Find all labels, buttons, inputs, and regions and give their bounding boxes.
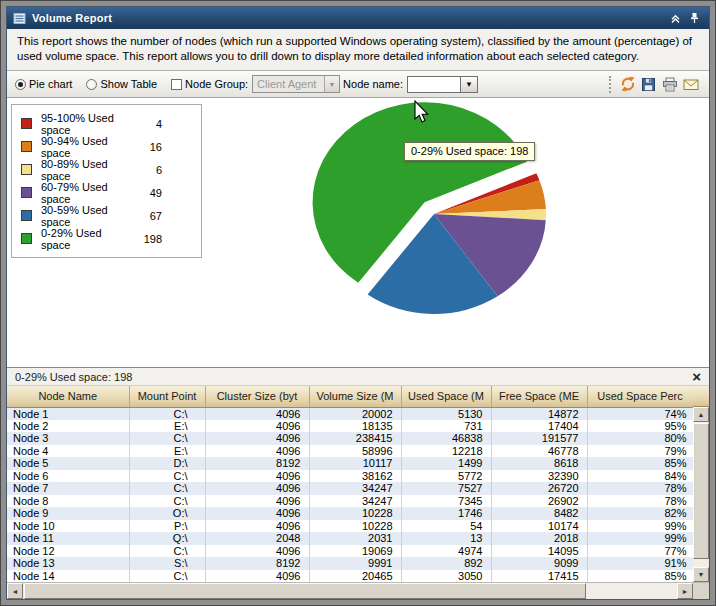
vertical-scroll-thumb[interactable] bbox=[693, 423, 709, 559]
column-header[interactable]: Volume Size (M bbox=[309, 386, 401, 407]
mouse-cursor-icon bbox=[411, 100, 433, 124]
report-panel: Volume Report This report shows bbox=[6, 6, 710, 600]
table-row[interactable]: Node 7C:\40963424775272672078% bbox=[7, 482, 693, 495]
detail-header: 0-29% Used space: 198 × bbox=[7, 368, 709, 386]
table-cell: Node 11 bbox=[7, 532, 129, 545]
close-detail-button[interactable]: × bbox=[692, 369, 701, 384]
column-header[interactable]: Used Space (M bbox=[401, 386, 491, 407]
column-header[interactable]: Cluster Size (byt bbox=[205, 386, 309, 407]
report-icon bbox=[13, 12, 26, 25]
table-row[interactable]: Node 6C:\40963816257723239084% bbox=[7, 470, 693, 483]
node-name-input[interactable] bbox=[407, 76, 461, 93]
show-table-radio[interactable] bbox=[86, 79, 97, 90]
table-cell: 85% bbox=[587, 570, 693, 583]
node-name-dropdown-button[interactable]: ▼ bbox=[461, 76, 478, 93]
table-cell: 9991 bbox=[309, 557, 401, 570]
arrow-down-icon: ▼ bbox=[698, 571, 705, 578]
node-name-label: Node name: bbox=[343, 78, 403, 90]
legend-count: 4 bbox=[135, 118, 162, 130]
legend-label: 95-100% Used space bbox=[41, 112, 135, 136]
printer-icon bbox=[662, 77, 678, 92]
table-cell: 26902 bbox=[491, 495, 587, 508]
legend-label: 90-94% Used space bbox=[41, 135, 134, 159]
legend-label: 30-59% Used space bbox=[41, 204, 134, 228]
node-group-select-value: Client Agent bbox=[257, 78, 316, 90]
show-table-radio-label: Show Table bbox=[100, 78, 157, 90]
horizontal-scrollbar[interactable]: ◄ ► bbox=[7, 582, 709, 599]
node-group-select[interactable]: Client Agent ▼ bbox=[252, 75, 340, 93]
table-cell: Node 4 bbox=[7, 445, 129, 458]
table-cell: 4096 bbox=[205, 507, 309, 520]
table-cell: Q:\ bbox=[129, 532, 205, 545]
vertical-scrollbar[interactable]: ▲ ▼ bbox=[693, 407, 709, 582]
table-cell: 85% bbox=[587, 457, 693, 470]
table-cell: 38162 bbox=[309, 470, 401, 483]
table-cell: 14872 bbox=[491, 407, 587, 420]
legend-label: 80-89% Used space bbox=[41, 158, 134, 182]
table-row[interactable]: Node 13S:\81929991892909991% bbox=[7, 557, 693, 570]
table-cell: 82% bbox=[587, 507, 693, 520]
table-cell: Node 14 bbox=[7, 570, 129, 583]
table-row[interactable]: Node 3C:\40962384154683819157780% bbox=[7, 432, 693, 445]
scroll-left-button[interactable]: ◄ bbox=[7, 583, 23, 599]
collapse-icon[interactable] bbox=[670, 13, 681, 24]
legend-item: 90-94% Used space16 bbox=[21, 135, 192, 158]
save-button[interactable] bbox=[638, 74, 659, 94]
table-cell: 78% bbox=[587, 495, 693, 508]
print-button[interactable] bbox=[659, 74, 680, 94]
horizontal-scroll-track[interactable] bbox=[23, 583, 677, 599]
table-cell: 77% bbox=[587, 545, 693, 558]
pie-chart-radio-label: Pie chart bbox=[29, 78, 72, 90]
table-cell: 4974 bbox=[401, 545, 491, 558]
title-bar: Volume Report bbox=[7, 7, 709, 29]
table-cell: 13 bbox=[401, 532, 491, 545]
table-cell: 20465 bbox=[309, 570, 401, 583]
scroll-up-button[interactable]: ▲ bbox=[693, 407, 709, 422]
table-cell: Node 8 bbox=[7, 495, 129, 508]
node-group-label: Node Group: bbox=[185, 78, 248, 90]
table-cell: Node 6 bbox=[7, 470, 129, 483]
pin-icon[interactable] bbox=[689, 12, 700, 24]
arrow-up-icon: ▲ bbox=[698, 411, 705, 418]
table-row[interactable]: Node 11Q:\2048203113201899% bbox=[7, 532, 693, 545]
scroll-down-button[interactable]: ▼ bbox=[693, 567, 709, 582]
window-title: Volume Report bbox=[32, 12, 112, 24]
detail-title: 0-29% Used space: 198 bbox=[15, 371, 132, 383]
column-header[interactable]: Mount Point bbox=[129, 386, 205, 407]
table-row[interactable]: Node 8C:\40963424773452690278% bbox=[7, 495, 693, 508]
legend-swatch bbox=[21, 164, 32, 175]
column-header[interactable]: Node Name bbox=[7, 386, 129, 407]
table-cell: 5772 bbox=[401, 470, 491, 483]
table-row[interactable]: Node 5D:\8192101171499861885% bbox=[7, 457, 693, 470]
table-cell: O:\ bbox=[129, 507, 205, 520]
pie-chart-radio[interactable] bbox=[15, 79, 26, 90]
table-row[interactable]: Node 14C:\40962046530501741585% bbox=[7, 570, 693, 583]
table-row[interactable]: Node 9O:\4096102281746848282% bbox=[7, 507, 693, 520]
vertical-scroll-track[interactable] bbox=[693, 422, 709, 567]
scroll-right-button[interactable]: ► bbox=[677, 583, 693, 599]
table-row[interactable]: Node 2E:\4096181357311740495% bbox=[7, 420, 693, 433]
table-cell: E:\ bbox=[129, 445, 205, 458]
column-header[interactable]: Used Space Perc bbox=[587, 386, 693, 407]
table-cell: Node 2 bbox=[7, 420, 129, 433]
table-cell: 32390 bbox=[491, 470, 587, 483]
email-button[interactable] bbox=[680, 74, 701, 94]
table-cell: 892 bbox=[401, 557, 491, 570]
table-row[interactable]: Node 4E:\409658996122184677879% bbox=[7, 445, 693, 458]
table-row[interactable]: Node 10P:\409610228541017499% bbox=[7, 520, 693, 533]
column-header[interactable]: Free Space (ME bbox=[491, 386, 587, 407]
table-cell: 14095 bbox=[491, 545, 587, 558]
refresh-button[interactable] bbox=[617, 74, 638, 94]
table-cell: 54 bbox=[401, 520, 491, 533]
table-cell: 10174 bbox=[491, 520, 587, 533]
horizontal-scroll-thumb[interactable] bbox=[24, 583, 586, 599]
table-cell: 9099 bbox=[491, 557, 587, 570]
table-cell: Node 9 bbox=[7, 507, 129, 520]
table-cell: 4096 bbox=[205, 470, 309, 483]
legend-item: 95-100% Used space4 bbox=[21, 112, 192, 135]
table-row[interactable]: Node 12C:\40961906949741409577% bbox=[7, 545, 693, 558]
legend-label: 60-79% Used space bbox=[41, 181, 134, 205]
table-row[interactable]: Node 1C:\40962000251301487274% bbox=[7, 407, 693, 420]
table-cell: 26720 bbox=[491, 482, 587, 495]
node-group-checkbox[interactable] bbox=[171, 79, 182, 90]
